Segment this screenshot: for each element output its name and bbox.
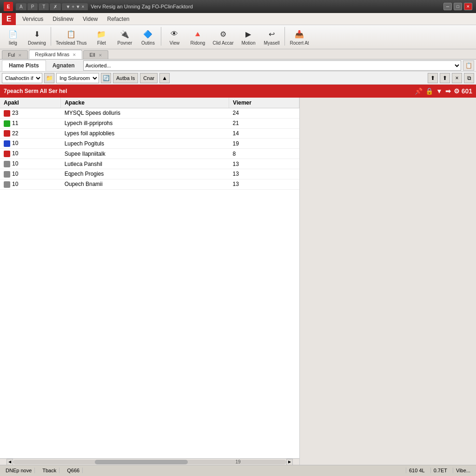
table-row[interactable]: 10Supee Ilapniitalk8 [0, 149, 299, 159]
titlebar-tab-t[interactable]: T [39, 3, 49, 10]
filter-up-button[interactable]: ▲ [159, 73, 170, 83]
toolbar-motion-label: Motion [241, 40, 255, 46]
filter-icon-1[interactable]: ⬆ [428, 73, 438, 83]
toolbar-clid[interactable]: ⚙ Clid Accar [210, 27, 236, 47]
scroll-left-button[interactable]: ◀ [7, 459, 13, 465]
scroll-thumb[interactable] [95, 460, 188, 464]
toolbar-outins-label: Outins [141, 40, 155, 46]
titlebar-tab-p[interactable]: P [27, 3, 38, 10]
filter-close-button[interactable]: × [452, 73, 462, 83]
table-row[interactable]: 10Lutleca Panshil13 [0, 159, 299, 169]
toolbar-ridong-label: Ridong [191, 40, 205, 46]
filter-refresh-button[interactable]: 🔄 [101, 73, 111, 83]
cell-viemer: 14 [229, 128, 299, 139]
titlebar-tab-a[interactable]: A [16, 3, 26, 10]
col-viemer[interactable]: Viemer [229, 98, 299, 108]
table-row[interactable]: 10Eqpech Progies13 [0, 169, 299, 179]
toolbar-motion[interactable]: ▶ Motion [237, 27, 259, 47]
panel-dropdown[interactable]: Avciorted... [83, 60, 461, 71]
table-row[interactable]: 11Lypech ill-ppriprohs21 [0, 118, 299, 128]
toolbar-filet[interactable]: 📁 Filet [90, 27, 112, 47]
filter-icon-2[interactable]: ⬆ [440, 73, 450, 83]
clid-icon: ⚙ [218, 28, 229, 40]
tab-replkard[interactable]: Replkard Miras ✕ [29, 50, 82, 59]
tab-replkard-close[interactable]: ✕ [73, 53, 76, 57]
toolbar-myasell-label: Myasell [264, 40, 280, 46]
toolbar-rocert[interactable]: 📥 Rocert At [287, 27, 311, 47]
toolbar: 📄 lielg ⬇ Downing 📋 Tevislead Thus 📁 Fil… [0, 25, 476, 49]
horizontal-scrollbar[interactable]: ◀ 19 ▶ [0, 458, 299, 465]
filter-select-2[interactable]: Ing Soluroom [56, 73, 99, 83]
cell-apakl: 22 [0, 128, 61, 139]
table-row[interactable]: 23MYSQL Spees dolluris24 [0, 108, 299, 119]
row-icon [4, 171, 10, 178]
titlebar-tab-add[interactable]: ▼ + ▼ × [62, 3, 88, 10]
minimize-button[interactable]: ─ [443, 3, 452, 10]
table-header-row: Apakl Apacke Viemer [0, 98, 299, 108]
cell-apacke: Lupech Pogituls [61, 139, 229, 149]
toolbar-tevislead-label: Tevislead Thus [56, 40, 87, 46]
panel-tab-hame[interactable]: Hame Pists [2, 60, 46, 71]
cell-apakl: 10 [0, 169, 61, 179]
filter-select-1[interactable]: Claahoctin if [2, 73, 42, 83]
tab-replkard-label: Replkard Miras [35, 52, 69, 57]
tab-ell-close[interactable]: ✕ [99, 53, 102, 58]
filter-grid-button[interactable]: ⧉ [464, 73, 474, 83]
toolbar-myasell[interactable]: ↩ Myasell [260, 27, 283, 47]
toolbar-separator-3 [284, 27, 285, 46]
toolbar-filet-label: Filet [97, 40, 106, 46]
searchbar-dropdown-icon[interactable]: ▼ [436, 87, 443, 95]
tab-ful-close[interactable]: ✕ [18, 53, 22, 58]
status-right-1: 610 4L [406, 468, 428, 473]
menu-vervicus[interactable]: Vervicus [18, 14, 48, 24]
menu-refacten[interactable]: Refacten [103, 14, 134, 24]
toolbar-view[interactable]: 👁 View [163, 27, 185, 47]
cell-apakl: 10 [0, 179, 61, 189]
table-container[interactable]: Apakl Apacke Viemer 23MYSQL Spees dollur… [0, 98, 299, 458]
searchbar-arrow-icon[interactable]: ➡ [445, 87, 451, 95]
status-right-3: Vibe... [453, 468, 473, 473]
close-button[interactable]: ✕ [464, 3, 472, 10]
tab-ful[interactable]: Ful ✕ [2, 50, 28, 59]
table-row[interactable]: 10Lupech Pogituls19 [0, 139, 299, 149]
toolbar-clid-label: Clid Accar [212, 40, 233, 46]
panel-icon-button[interactable]: 📋 [463, 60, 474, 71]
toolbar-outins[interactable]: 🔷 Outins [137, 27, 159, 47]
searchbar-lock-icon[interactable]: 🔒 [425, 87, 433, 95]
titlebar-tab-x[interactable]: ✗ [50, 3, 61, 10]
toolbar-view-label: View [170, 40, 180, 46]
scroll-right-button[interactable]: ▶ [286, 459, 293, 465]
app-logo: E [2, 13, 16, 25]
filet-icon: 📁 [96, 28, 107, 40]
restore-button[interactable]: □ [454, 3, 462, 10]
toolbar-ridong[interactable]: 🔺 Ridong [186, 27, 209, 47]
cell-apakl: 23 [0, 108, 61, 119]
searchbar-pin-icon[interactable]: 📌 [415, 87, 423, 95]
searchbar-settings-icon[interactable]: ⚙ 601 [454, 87, 472, 95]
col-apacke[interactable]: Apacke [61, 98, 229, 108]
filter-char-button[interactable]: Cnar [140, 73, 158, 83]
table-row[interactable]: 22Lypes foil apploblies14 [0, 128, 299, 139]
table-row[interactable]: 10Oupech Bnamii13 [0, 179, 299, 189]
lielg-icon: 📄 [7, 28, 19, 40]
cell-viemer: 8 [229, 149, 299, 159]
tab-ell[interactable]: Ell ✕ [83, 50, 108, 59]
toolbar-tevislead[interactable]: 📋 Tevislead Thus [53, 27, 90, 47]
filter-folder-icon: 📁 [44, 73, 54, 83]
status-q666: Q666 [64, 468, 83, 473]
toolbar-downing[interactable]: ⬇ Downing [25, 27, 49, 47]
panel-tab-agnaten[interactable]: Agnaten [46, 60, 81, 71]
row-icon [4, 181, 10, 188]
menu-videw[interactable]: Videw [78, 14, 102, 24]
panel-tabbar: Hame Pists Agnaten Avciorted... 📋 [0, 60, 476, 72]
menu-dislinew[interactable]: Dislinew [48, 14, 78, 24]
toolbar-povner[interactable]: 🔌 Povner [113, 27, 136, 47]
scroll-track[interactable] [13, 460, 286, 464]
cell-apacke: Supee Ilapniitalk [61, 149, 229, 159]
filter-autoba-button[interactable]: Autba Is [113, 73, 138, 83]
motion-icon: ▶ [243, 28, 254, 40]
toolbar-lielg[interactable]: 📄 lielg [2, 27, 24, 47]
col-apakl[interactable]: Apakl [0, 98, 61, 108]
titlebar: E A P T ✗ ▼ + ▼ × Verv Resig an Unning Z… [0, 0, 476, 13]
tevislead-icon: 📋 [66, 28, 77, 40]
